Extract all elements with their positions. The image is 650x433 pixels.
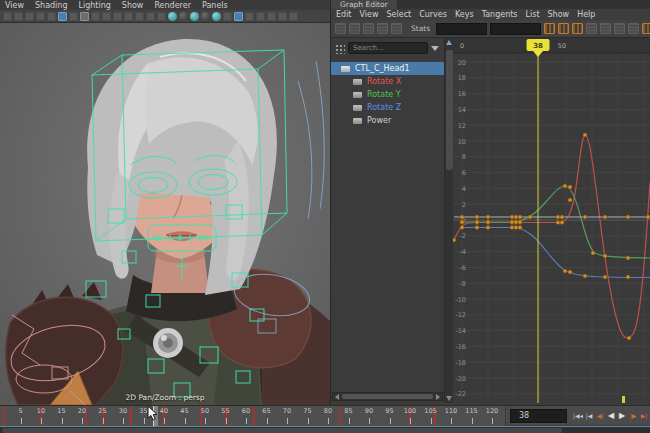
scroll-down-icon[interactable]: [446, 396, 452, 401]
viewport-menu-renderer[interactable]: Renderer: [154, 1, 191, 10]
keyframe-point[interactable]: [514, 225, 518, 229]
current-frame-field[interactable]: 38: [510, 409, 567, 423]
keyframe-point[interactable]: [560, 215, 564, 219]
step-back-frame-button[interactable]: ◀|: [595, 408, 605, 423]
keyframe-point[interactable]: [627, 336, 631, 340]
viewport-canvas[interactable]: 2D Pan/Zoom : persp: [0, 23, 330, 405]
scroll-up-icon[interactable]: [446, 40, 452, 45]
select-camera-icon[interactable]: [3, 12, 12, 21]
camera-attributes-icon[interactable]: [25, 12, 34, 21]
viewport-menu-lighting[interactable]: Lighting: [78, 1, 110, 10]
keyframe-point[interactable]: [510, 215, 514, 219]
keyframe-point[interactable]: [583, 274, 587, 278]
keyframe-point[interactable]: [583, 133, 587, 137]
stats-value-field[interactable]: [490, 23, 541, 35]
keyframe-point[interactable]: [556, 215, 560, 219]
go-to-start-button[interactable]: |◀◀: [573, 408, 583, 423]
keyframe-point[interactable]: [475, 225, 479, 229]
play-forwards-button[interactable]: ▶: [617, 408, 627, 423]
stacked-view-icon[interactable]: [558, 23, 569, 34]
step-forward-frame-button[interactable]: |▶: [628, 408, 638, 423]
resolution-gate-icon[interactable]: [102, 12, 111, 21]
time-slider[interactable]: 5101520253035404550556065707580859095100…: [0, 405, 650, 425]
keyframe-point[interactable]: [591, 251, 595, 255]
keyframe-point[interactable]: [626, 256, 630, 260]
outliner-display-icon[interactable]: [334, 43, 345, 54]
keyframe-point[interactable]: [460, 220, 464, 224]
exposure-icon[interactable]: [278, 12, 287, 21]
keyframe-point[interactable]: [486, 220, 490, 224]
keyframe-point[interactable]: [583, 215, 587, 219]
keyframe-point[interactable]: [453, 238, 456, 242]
motion-blur-icon[interactable]: [223, 12, 232, 21]
graph-editor-menu-show[interactable]: Show: [548, 10, 570, 19]
safe-action-icon[interactable]: [135, 12, 144, 21]
keyframe-point[interactable]: [603, 254, 607, 258]
keyframe-point[interactable]: [568, 270, 572, 274]
grease-pencil-icon[interactable]: [69, 12, 78, 21]
graph-editor-menu-select[interactable]: Select: [386, 10, 411, 19]
curve-graph-area[interactable]: 20181614121086420-2-4-6-8-10-12-14-16-18…: [453, 38, 650, 403]
channel-row-ctl-c-head1[interactable]: CTL_C_Head1: [331, 62, 444, 75]
lattice-deform-keys-icon[interactable]: [363, 23, 374, 34]
absolute-view-icon[interactable]: [544, 23, 555, 34]
keyframe-point[interactable]: [568, 198, 572, 202]
keyframe-point[interactable]: [514, 215, 518, 219]
filter-menu-icon[interactable]: [431, 46, 439, 51]
keyframe-point[interactable]: [603, 275, 607, 279]
isolate-select-icon[interactable]: [256, 12, 265, 21]
scrollbar-thumb[interactable]: [446, 50, 453, 170]
viewport-menu-shading[interactable]: Shading: [35, 1, 68, 10]
keyframe-point[interactable]: [603, 215, 607, 219]
auto-tangent-icon[interactable]: [628, 23, 639, 34]
graph-editor-menu-curves[interactable]: Curves: [419, 10, 447, 19]
range-slider[interactable]: [0, 426, 650, 433]
region-keys-tool-icon[interactable]: [377, 23, 388, 34]
retime-tool-icon[interactable]: [391, 23, 402, 34]
keyframe-point[interactable]: [514, 220, 518, 224]
scroll-left-icon[interactable]: [335, 394, 339, 400]
safe-title-icon[interactable]: [146, 12, 155, 21]
bookmark-icon[interactable]: [36, 12, 45, 21]
normalized-view-icon[interactable]: [572, 23, 583, 34]
wireframe-icon[interactable]: [157, 12, 166, 21]
textured-display-icon[interactable]: [179, 12, 188, 21]
gamma-icon[interactable]: [289, 12, 298, 21]
gate-mask-icon[interactable]: [113, 12, 122, 21]
keyframe-point[interactable]: [475, 215, 479, 219]
channel-row-rotate-x[interactable]: Rotate X: [331, 75, 444, 88]
graph-editor-menu-view[interactable]: View: [360, 10, 379, 19]
channel-row-power[interactable]: Power: [331, 114, 444, 127]
keyframe-point[interactable]: [518, 215, 522, 219]
shadows-icon[interactable]: [201, 12, 210, 21]
field-chart-icon[interactable]: [124, 12, 133, 21]
outliner-horizontal-scrollbar[interactable]: [332, 392, 443, 401]
step-forward-key-button[interactable]: ▶|: [639, 408, 649, 423]
channel-row-rotate-y[interactable]: Rotate Y: [331, 88, 444, 101]
graph-editor-tab[interactable]: Graph Editor: [331, 0, 398, 9]
graph-editor-menu-edit[interactable]: Edit: [336, 10, 352, 19]
keyframe-point[interactable]: [528, 215, 532, 219]
keyframe-point[interactable]: [560, 220, 564, 224]
2d-pan-zoom-icon[interactable]: [58, 12, 67, 21]
graph-editor-menu-list[interactable]: List: [526, 10, 540, 19]
time-slider-track[interactable]: 5101520253035404550556065707580859095100…: [0, 406, 506, 426]
range-slider-bar[interactable]: [2, 428, 562, 433]
keyframe-point[interactable]: [510, 225, 514, 229]
keyframe-point[interactable]: [563, 269, 567, 273]
graph-editor-menu-keys[interactable]: Keys: [455, 10, 474, 19]
keyframe-point[interactable]: [646, 215, 650, 219]
frame-all-icon[interactable]: [586, 23, 597, 34]
keyframe-point[interactable]: [460, 225, 464, 229]
stats-time-field[interactable]: [436, 23, 487, 35]
keyframe-point[interactable]: [626, 215, 630, 219]
graph-editor-menu-tangents[interactable]: Tangents: [482, 10, 518, 19]
scrollbar-thumb[interactable]: [342, 394, 433, 399]
keyframe-point[interactable]: [510, 220, 514, 224]
keyframe-point[interactable]: [518, 220, 522, 224]
viewport-menu-show[interactable]: Show: [122, 1, 144, 10]
step-back-key-button[interactable]: |◀: [584, 408, 594, 423]
keyframe-point[interactable]: [460, 215, 464, 219]
graph-editor-menu-help[interactable]: Help: [577, 10, 595, 19]
viewport-menu-view[interactable]: View: [5, 1, 24, 10]
